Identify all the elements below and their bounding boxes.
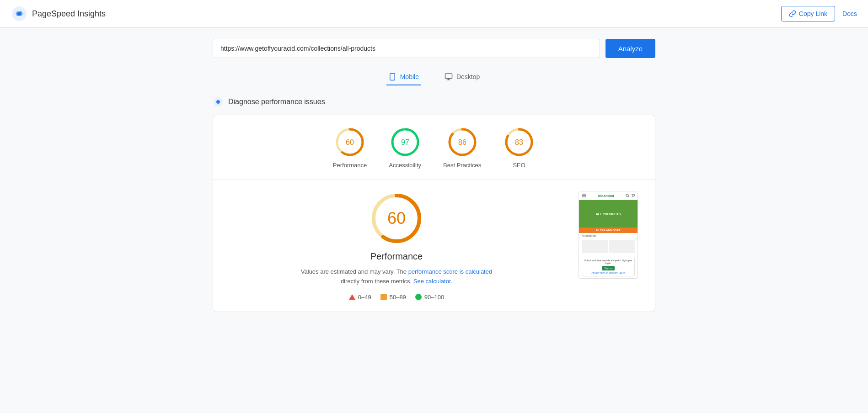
tabs-container: Mobile Desktop — [213, 69, 655, 85]
legend-orange-label: 50–89 — [390, 294, 406, 301]
mockup-cart-icon — [631, 194, 635, 197]
mockup-product-1 — [582, 240, 608, 253]
detail-right: Alkamind ALL PRODUCTS — [576, 191, 640, 301]
description-end: . — [450, 278, 452, 285]
screenshot-mockup: Alkamind ALL PRODUCTS — [579, 191, 638, 279]
copy-link-button[interactable]: Copy Link — [781, 6, 835, 21]
legend-red-label: 0–49 — [358, 294, 371, 301]
description-text-2: directly from these metrics. — [341, 278, 413, 285]
svg-line-28 — [628, 196, 629, 197]
mockup-popup-link: Already have an account? Log in — [584, 271, 632, 274]
best-practices-circle: 86 — [446, 126, 478, 158]
score-item-performance[interactable]: 60 Performance — [333, 126, 367, 169]
desktop-icon — [445, 73, 453, 81]
copy-link-label: Copy Link — [799, 10, 827, 17]
score-circles-row: 60 Performance 97 Accessibility 86 — [220, 126, 648, 169]
mockup-banner-text: ALL PRODUCTS — [596, 212, 621, 216]
svg-text:83: 83 — [515, 138, 523, 146]
big-performance-circle: 60 — [369, 191, 424, 246]
legend-green-label: 90–100 — [424, 294, 444, 301]
mockup-products-grid — [579, 238, 638, 255]
main-content: Analyze Mobile Desktop Diagnose performa — [205, 28, 663, 323]
svg-text:60: 60 — [346, 138, 354, 146]
description-text-1: Values are estimated and may vary. The — [301, 268, 408, 275]
logo-container: PageSpeed Insights — [11, 5, 106, 22]
detail-description: Values are estimated and may vary. The p… — [300, 267, 493, 286]
svg-point-27 — [626, 194, 628, 196]
tab-mobile[interactable]: Mobile — [386, 69, 421, 85]
section-heading: Diagnose performance issues — [213, 96, 655, 107]
mockup-search-icon — [626, 194, 629, 197]
score-card: 60 Performance 97 Accessibility 86 — [213, 115, 655, 312]
tab-desktop[interactable]: Desktop — [443, 69, 482, 85]
svg-text:86: 86 — [458, 138, 466, 146]
detail-left: 60 Performance Values are estimated and … — [228, 191, 565, 301]
legend-green: 90–100 — [415, 294, 444, 301]
app-title: PageSpeed Insights — [32, 9, 106, 19]
legend-row: 0–49 50–89 90–100 — [349, 294, 444, 301]
calculator-link[interactable]: See calculator — [413, 278, 451, 285]
svg-point-1 — [17, 12, 21, 16]
detail-section: 60 Performance Values are estimated and … — [220, 180, 648, 312]
tab-desktop-label: Desktop — [456, 73, 480, 80]
mockup-popup: Unlock exclusive rewards and perks. Sign… — [582, 257, 635, 276]
svg-point-30 — [634, 197, 634, 197]
seo-label: SEO — [513, 162, 525, 169]
performance-label: Performance — [333, 162, 367, 169]
green-icon — [415, 294, 422, 300]
legend-orange: 50–89 — [380, 294, 406, 301]
accessibility-label: Accessibility — [389, 162, 421, 169]
mockup-filter-text: FILTER AND SORT — [596, 229, 620, 232]
score-item-accessibility[interactable]: 97 Accessibility — [389, 126, 421, 169]
mockup-popup-btn: Sign up — [602, 266, 615, 270]
url-bar-container: Analyze — [213, 39, 655, 58]
mockup-popup-text: Unlock exclusive rewards and perks. Sign… — [584, 259, 632, 265]
mockup-menu-icon — [582, 193, 586, 198]
tab-mobile-label: Mobile — [400, 73, 419, 80]
score-item-best-practices[interactable]: 86 Best Practices — [443, 126, 481, 169]
big-score-number: 60 — [387, 209, 406, 228]
pagespeed-logo-icon — [11, 5, 27, 22]
performance-score-link[interactable]: performance score is calculated — [408, 268, 493, 275]
legend-red: 0–49 — [349, 294, 371, 301]
section-heading-text: Diagnose performance issues — [228, 98, 325, 106]
docs-link[interactable]: Docs — [842, 10, 857, 17]
link-icon — [789, 10, 796, 17]
score-item-seo[interactable]: 83 SEO — [503, 126, 535, 169]
svg-text:97: 97 — [401, 138, 409, 146]
red-icon — [349, 294, 355, 300]
svg-point-9 — [217, 101, 219, 103]
mockup-header: Alkamind — [579, 191, 638, 200]
analyze-button[interactable]: Analyze — [605, 39, 655, 58]
diagnose-icon — [213, 96, 224, 107]
svg-rect-4 — [445, 74, 452, 79]
svg-rect-25 — [582, 196, 586, 196]
svg-rect-26 — [582, 197, 586, 197]
svg-point-29 — [632, 197, 633, 197]
seo-circle: 83 — [503, 126, 535, 158]
performance-circle: 60 — [334, 126, 366, 158]
mockup-products-text: All products — [579, 233, 638, 238]
best-practices-label: Best Practices — [443, 162, 481, 169]
mockup-filter-bar: FILTER AND SORT — [579, 228, 638, 233]
mockup-banner: ALL PRODUCTS — [579, 200, 638, 228]
detail-title: Performance — [370, 251, 423, 262]
mockup-product-2 — [609, 240, 635, 253]
mobile-icon — [388, 73, 396, 81]
svg-rect-24 — [582, 194, 586, 195]
url-input[interactable] — [213, 39, 600, 58]
accessibility-circle: 97 — [389, 126, 421, 158]
orange-icon — [380, 294, 387, 300]
header-actions: Copy Link Docs — [781, 6, 857, 21]
header: PageSpeed Insights Copy Link Docs — [0, 0, 868, 28]
mockup-logo-text: Alkamind — [598, 194, 614, 198]
